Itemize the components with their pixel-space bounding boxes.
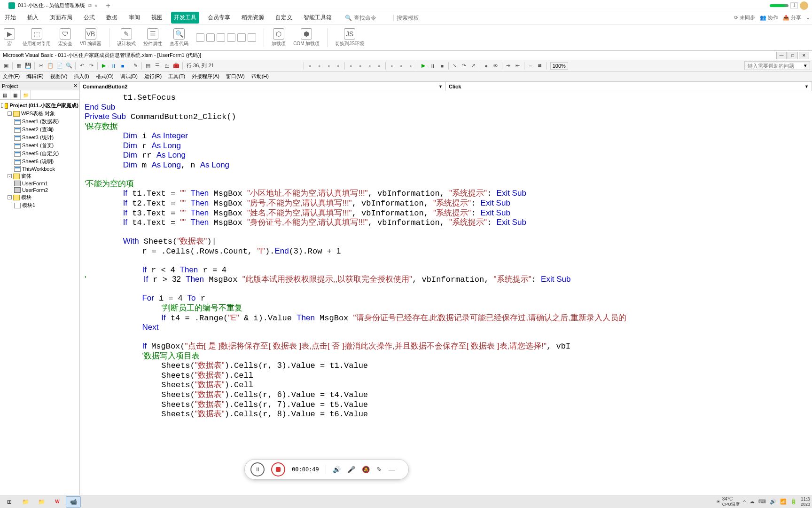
addins-button[interactable]: ⬡加载项 (272, 28, 286, 47)
close-icon[interactable]: × (94, 3, 97, 8)
uncomment-icon[interactable]: ≢ (536, 62, 544, 70)
watch-icon[interactable]: 👁 (492, 62, 500, 70)
menu-file[interactable]: 文件(F) (3, 73, 20, 80)
tb10[interactable]: ▫ (397, 62, 406, 70)
tb6[interactable]: ▫ (356, 62, 365, 70)
menu-format[interactable]: 格式(O) (96, 73, 114, 80)
mic-icon[interactable]: 🎤 (347, 466, 355, 473)
macro-button[interactable]: ▶宏 (4, 28, 15, 47)
pen-icon[interactable]: ✎ (376, 466, 382, 473)
vb-editor-button[interactable]: VBVB 编辑器 (80, 28, 102, 47)
tb1[interactable]: ▫ (306, 62, 314, 70)
document-tab[interactable]: 011-小区住…员信息管理系统 ⧉ × (4, 1, 102, 10)
indent-icon[interactable]: ⇥ (504, 62, 513, 70)
tab-developer[interactable]: 开发工具 (171, 12, 199, 24)
stop-button[interactable] (271, 462, 285, 476)
tb11[interactable]: ▫ (406, 62, 415, 70)
find-icon[interactable]: 🔍 (65, 62, 73, 70)
panel-close-icon[interactable]: ✕ (73, 83, 78, 89)
tab-restore-icon[interactable]: ⧉ (88, 2, 92, 8)
tb4[interactable]: ▫ (334, 62, 343, 70)
menu-view[interactable]: 视图(V) (50, 73, 68, 80)
outdent-icon[interactable]: ⇤ (514, 62, 522, 70)
browser-icon[interactable]: 🗀 (163, 62, 171, 70)
com-addins-button[interactable]: ⬢COM 加载项 (293, 28, 320, 47)
run-icon[interactable]: ▶ (100, 62, 108, 70)
tab-resource[interactable]: 稻壳资源 (239, 12, 267, 24)
comment-icon[interactable]: ≡ (526, 62, 535, 70)
tb3[interactable]: ▫ (325, 62, 333, 70)
undo-icon[interactable]: ↶ (78, 62, 86, 70)
paste-icon[interactable]: 📄 (55, 62, 64, 70)
code-editor[interactable]: t1.SetFocus End Sub Private Sub CommandB… (80, 91, 812, 495)
stop2-icon[interactable]: ■ (438, 62, 446, 70)
props-icon[interactable]: ☰ (153, 62, 162, 70)
avatar[interactable] (800, 1, 808, 10)
redo-icon[interactable]: ↷ (87, 62, 95, 70)
properties-button[interactable]: ☰控件属性 (143, 28, 162, 47)
doc-badge[interactable]: 1 (790, 2, 798, 8)
tab-custom[interactable]: 自定义 (273, 12, 295, 24)
speaker-icon[interactable]: 🔊 (333, 466, 341, 473)
view-folder-tab[interactable]: 📁 (21, 90, 31, 100)
menu-help[interactable]: 帮助(H) (251, 73, 269, 80)
share-button[interactable]: 📤 分享 (783, 14, 801, 21)
menu-addins[interactable]: 外接程序(A) (192, 73, 219, 80)
bp-icon[interactable]: ● (482, 62, 491, 70)
design-icon[interactable]: ✎ (131, 62, 140, 70)
relative-ref-button[interactable]: ⬚使用相对引用 (23, 28, 51, 47)
project-tree[interactable]: -Project (011-小区住户家庭成) -WPS表格 对象 Sheet1 … (0, 100, 79, 495)
screen-recorder[interactable]: ⏸ 00:00:49 🔊 🎤 🔕 ✎ — (244, 459, 409, 480)
design-mode-button[interactable]: ✎设计模式 (117, 28, 136, 47)
js-env-button[interactable]: JS切换到JS环境 (335, 28, 364, 47)
tab-formula[interactable]: 公式 (81, 12, 98, 24)
tab-member[interactable]: 会员专享 (205, 12, 233, 24)
controls-group[interactable] (196, 33, 256, 42)
chevron-down-icon[interactable]: ⌄ (806, 15, 810, 21)
view-excel-icon[interactable]: ▣ (2, 62, 10, 70)
menu-window[interactable]: 窗口(W) (226, 73, 245, 80)
chevron-down-icon[interactable]: ▾ (804, 63, 807, 69)
template-search[interactable] (393, 15, 422, 21)
view-code-button[interactable]: 🔍查看代码 (170, 28, 188, 47)
tb7[interactable]: ▫ (366, 62, 374, 70)
command-search[interactable]: 🔍 (345, 15, 422, 21)
tab-smart[interactable]: 智能工具箱 (301, 12, 335, 24)
minimize-button[interactable]: — (776, 52, 787, 59)
toolbox-icon[interactable]: 🧰 (172, 62, 180, 70)
procedure-dropdown[interactable]: Click▼ (446, 82, 812, 91)
tab-review[interactable]: 审阅 (126, 12, 143, 24)
object-dropdown[interactable]: CommandButton2▼ (80, 82, 446, 91)
tb5[interactable]: ▫ (347, 62, 355, 70)
close-button[interactable]: ✕ (799, 52, 809, 59)
pause2-icon[interactable]: ⏸ (429, 62, 437, 70)
menu-run[interactable]: 运行(R) (144, 73, 162, 80)
tb2[interactable]: ▫ (315, 62, 324, 70)
step-over-icon[interactable]: ↷ (460, 62, 468, 70)
cut-icon[interactable]: ✂ (37, 62, 45, 70)
copy-icon[interactable]: 📋 (46, 62, 55, 70)
menu-debug[interactable]: 调试(D) (120, 73, 138, 80)
tab-view[interactable]: 视图 (148, 12, 165, 24)
minimize-icon[interactable]: — (389, 466, 395, 473)
tb9[interactable]: ▫ (388, 62, 396, 70)
tab-insert[interactable]: 插入 (24, 12, 41, 24)
menu-insert[interactable]: 插入(I) (74, 73, 89, 80)
sync-status[interactable]: ⟳ 未同步 (734, 14, 755, 21)
view-form-tab[interactable]: ▦ (10, 90, 21, 100)
menu-edit[interactable]: 编辑(E) (26, 73, 44, 80)
run2-icon[interactable]: ▶ (419, 62, 428, 70)
macro-security-button[interactable]: 🛡宏安全 (58, 28, 72, 47)
pause-icon[interactable]: ⏸ (109, 62, 117, 70)
step-into-icon[interactable]: ↘ (451, 62, 459, 70)
collab-button[interactable]: 👥 协作 (760, 14, 778, 21)
step-out-icon[interactable]: ↗ (469, 62, 478, 70)
bell-off-icon[interactable]: 🔕 (362, 466, 370, 473)
search-input[interactable] (354, 15, 391, 21)
zoom-level[interactable]: 100% (550, 62, 568, 70)
tab-layout[interactable]: 页面布局 (47, 12, 75, 24)
tb8[interactable]: ▫ (375, 62, 383, 70)
tab-data[interactable]: 数据 (103, 12, 120, 24)
pause-button[interactable]: ⏸ (250, 462, 265, 476)
help-search[interactable]: ▾ (744, 61, 810, 70)
